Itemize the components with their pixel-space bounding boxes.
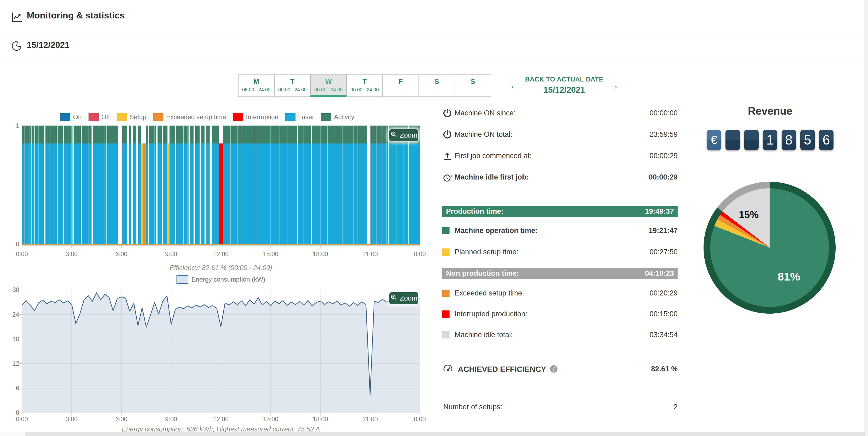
horizontal-scrollbar-thumb[interactable] — [25, 432, 865, 436]
timeline-x-tick: 12:00 — [209, 250, 233, 258]
energy-y-tick: 0 — [7, 409, 19, 416]
week-day-selector: M06:00 - 24:00T00:00 - 24:00W00:00 - 24:… — [238, 74, 491, 97]
revenue-digit-tile-1 — [744, 130, 758, 150]
status-color-swatch — [442, 227, 450, 234]
week-tab-s-5[interactable]: S- — [418, 74, 455, 97]
status-color-swatch — [442, 248, 450, 256]
energy-chart-plot — [18, 290, 420, 418]
stat-value: 00:27:50 — [650, 248, 678, 256]
status-color-swatch — [442, 310, 450, 317]
stat-bar-label: Non production time: — [446, 269, 519, 277]
stat-label: Machine idle first job: — [455, 173, 529, 181]
stat-label: Interrupted production: — [455, 310, 527, 318]
exceeded-setup-row: Exceeded setup time:00:20:29 — [442, 289, 678, 299]
legend-item-on: On — [60, 113, 82, 121]
legend-label: Laser — [298, 113, 314, 121]
revenue-digit-tile-5: 6 — [819, 130, 834, 150]
legend-swatch — [285, 113, 296, 121]
info-icon[interactable]: i — [550, 365, 558, 375]
stat-value: 00:00:00 — [650, 109, 678, 117]
week-tab-day: F — [383, 78, 418, 86]
page-title: Monitoring & statistics — [27, 10, 125, 21]
energy-x-tick: 0:00 — [408, 416, 432, 423]
week-tab-t-3[interactable]: T00:00 - 24:00 — [346, 74, 383, 97]
production-time-bar: Production time:19:49:37 — [442, 206, 678, 217]
first-job-icon — [442, 151, 453, 162]
horizontal-scrollbar[interactable] — [0, 432, 868, 436]
week-tab-range: - — [455, 87, 491, 93]
timeline-x-tick: 21:00 — [358, 250, 382, 258]
pie-label-operation: 81% — [778, 270, 800, 283]
energy-x-tick: 12:00 — [209, 416, 233, 423]
legend-swatch — [117, 113, 127, 121]
revenue-title: Revenue — [706, 105, 834, 117]
monitoring-dashboard: Monitoring & statistics 15/12/2021 M06:0… — [0, 0, 868, 436]
stat-row-2: First job commenced at:00:00:29 — [442, 152, 678, 161]
stat-bar-value: 19:49:37 — [645, 206, 674, 217]
current-date: 15/12/2021 — [27, 40, 69, 50]
status-color-swatch — [442, 331, 450, 338]
energy-x-tick: 9:00 — [159, 416, 183, 423]
machine-stats-panel: Machine ON since:00:00:00Machine ON tota… — [442, 107, 678, 417]
energy-x-tick: 15:00 — [258, 416, 283, 423]
week-tab-t-1[interactable]: T00:00 - 24:00 — [274, 74, 311, 97]
stat-label: Exceeded setup time: — [455, 289, 524, 297]
week-tab-m-0[interactable]: M06:00 - 24:00 — [238, 74, 275, 97]
stat-label: Machine idle total: — [455, 331, 513, 339]
revenue-digit-tile-4: 5 — [800, 130, 815, 150]
legend-label: Off — [101, 113, 110, 121]
stat-bar-label: Production time: — [446, 207, 503, 215]
energy-y-tick: 18 — [7, 336, 19, 343]
stat-row-0: Machine ON since:00:00:00 — [442, 109, 678, 119]
week-tab-day: T — [347, 78, 382, 86]
timeline-y-max: 1 — [7, 122, 19, 130]
week-tab-s-6[interactable]: S- — [455, 74, 491, 97]
legend-item-laser: Laser — [285, 113, 314, 121]
magnifier-plus-icon — [390, 294, 398, 303]
timeline-chart-plot — [18, 126, 420, 250]
header-divider — [0, 33, 865, 33]
week-tab-range: - — [419, 87, 455, 93]
date-navigation: ← BACK TO ACTUAL DATE 15/12/2021 → — [509, 76, 619, 97]
pie-clock-icon — [11, 40, 23, 53]
legend-label: On — [73, 113, 82, 121]
back-to-actual-date[interactable]: BACK TO ACTUAL DATE 15/12/2021 — [524, 76, 604, 95]
week-tab-f-4[interactable]: F- — [382, 74, 419, 97]
interrupted-production-row: Interrupted production:00:15:00 — [442, 310, 678, 320]
stat-label: Machine ON since: — [455, 109, 516, 117]
timeline-x-tick: 0:00 — [408, 250, 432, 258]
stat-label: Machine operation time: — [455, 227, 538, 235]
legend-label: Setup — [130, 113, 147, 121]
vertical-scrollbar[interactable] — [865, 0, 868, 436]
week-tab-range: 06:00 - 24:00 — [239, 87, 274, 93]
timeline-legend: OnOffSetupExceeded setup timeInterruptio… — [60, 112, 354, 122]
week-tab-range: 00:00 - 24:00 — [311, 87, 346, 93]
week-tab-range: 00:00 - 24:00 — [347, 87, 382, 93]
legend-item-setup: Setup — [117, 113, 147, 121]
energy-x-tick: 6:00 — [110, 416, 133, 423]
stat-bar-value: 04:10:23 — [645, 268, 674, 279]
legend-swatch — [153, 113, 163, 121]
date-row-divider — [0, 60, 865, 60]
next-day-arrow[interactable]: → — [608, 79, 619, 91]
energy-y-tick: 24 — [7, 311, 19, 318]
energy-y-tick: 6 — [7, 385, 19, 392]
timeline-zoom-button[interactable]: Zoom — [389, 129, 418, 141]
revenue-currency-tile: € — [707, 130, 721, 150]
energy-zoom-label: Zoom — [400, 294, 417, 302]
legend-label: Exceeded setup time — [166, 113, 226, 121]
timeline-zoom-label: Zoom — [400, 131, 417, 139]
nav-current-date: 15/12/2021 — [524, 85, 604, 95]
energy-legend: Energy consumption (kW) — [22, 275, 420, 284]
efficiency-pie-chart — [710, 188, 829, 307]
week-tab-w-2[interactable]: W00:00 - 24:00 — [310, 74, 347, 97]
energy-zoom-button[interactable]: Zoom — [389, 292, 418, 304]
energy-x-tick: 3:00 — [60, 416, 84, 423]
svg-text:z: z — [451, 175, 452, 177]
achieved-efficiency-label: ACHIEVED EFFICIENCYi — [458, 365, 558, 375]
timeline-x-tick: 18:00 — [308, 250, 332, 258]
timeline-x-tick: 6:00 — [110, 250, 133, 258]
stat-value: 19:21:47 — [649, 227, 678, 235]
previous-day-arrow[interactable]: ← — [509, 79, 520, 91]
status-color-swatch — [442, 290, 450, 297]
